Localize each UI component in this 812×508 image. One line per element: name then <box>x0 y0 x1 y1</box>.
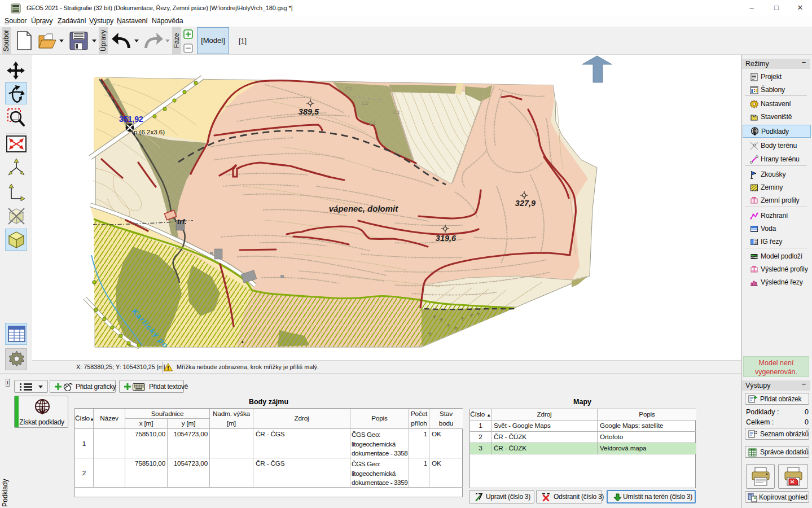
svg-text:C2: C2 <box>362 100 369 106</box>
svg-text:trf.: trf. <box>177 218 187 226</box>
svg-text:C1: C1 <box>369 120 376 126</box>
svg-text:p.(6.2x3.6): p.(6.2x3.6) <box>134 129 165 135</box>
svg-text:351,92: 351,92 <box>119 115 143 124</box>
svg-text:C1: C1 <box>345 85 352 91</box>
svg-text:vápenec, dolomit: vápenec, dolomit <box>329 204 399 213</box>
svg-text:319,6: 319,6 <box>436 234 457 243</box>
svg-text:389,5: 389,5 <box>299 107 319 116</box>
svg-text:C1: C1 <box>393 109 400 115</box>
svg-text:327,9: 327,9 <box>515 199 536 208</box>
